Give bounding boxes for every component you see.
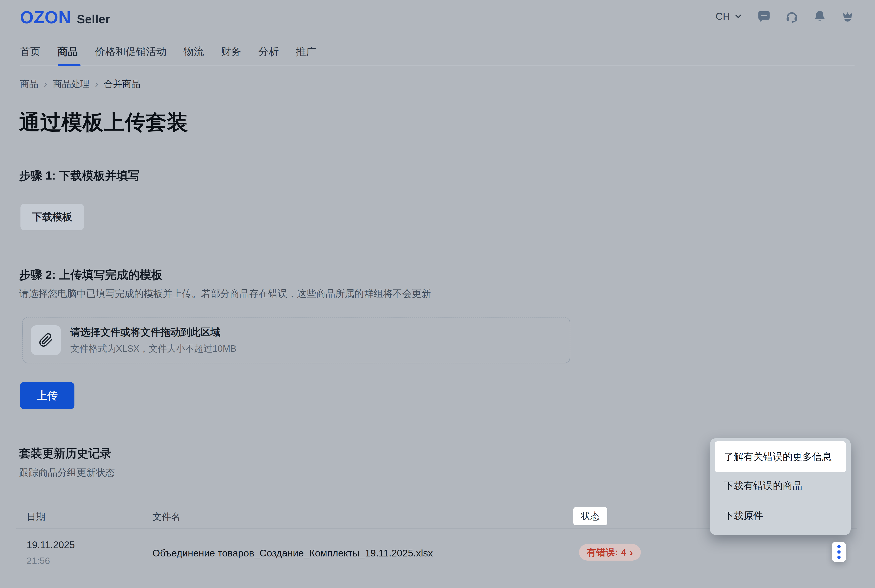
kebab-dot — [837, 545, 840, 548]
ozon-logo: OZON — [20, 8, 71, 27]
crown-icon — [841, 10, 854, 23]
bell-icon — [813, 10, 826, 23]
step2-heading: 步骤 2: 上传填写完成的模板 — [19, 267, 163, 283]
step2-description: 请选择您电脑中已填写完成的模板并上传。若部分商品存在错误，这些商品所属的群组将不… — [19, 287, 431, 300]
nav-tab-promotion[interactable]: 推广 — [296, 45, 316, 58]
step1-heading: 步骤 1: 下载模板并填写 — [19, 168, 140, 184]
nav-tab-logistics[interactable]: 物流 — [183, 45, 204, 58]
support-button[interactable] — [785, 9, 799, 23]
main-nav: 首页 商品 价格和促销活动 物流 财务 分析 推广 — [20, 45, 316, 58]
column-header-date: 日期 — [27, 510, 45, 523]
chevron-right-icon: › — [95, 78, 98, 90]
dropzone-title: 请选择文件或将文件拖动到此区域 — [70, 326, 236, 339]
paperclip-icon — [39, 333, 53, 347]
nav-tab-products[interactable]: 商品 — [57, 45, 78, 58]
language-code: CH — [716, 10, 730, 22]
nav-divider — [20, 65, 854, 66]
breadcrumb: 商品 › 商品处理 › 合并商品 — [20, 78, 140, 90]
nav-tab-analytics[interactable]: 分析 — [258, 45, 279, 58]
history-subtitle: 跟踪商品分组更新状态 — [19, 466, 115, 479]
row-actions-context-menu: 了解有关错误的更多信息 下载有错误的商品 下载原件 — [710, 438, 851, 535]
chevron-right-icon: › — [44, 78, 47, 90]
nav-tab-finance[interactable]: 财务 — [221, 45, 242, 58]
breadcrumb-current-merge-products: 合并商品 — [104, 78, 140, 90]
kebab-dot — [837, 556, 840, 559]
breadcrumb-link-products[interactable]: 商品 — [20, 78, 38, 90]
menu-item-learn-more-errors[interactable]: 了解有关错误的更多信息 — [715, 441, 846, 472]
upload-button[interactable]: 上传 — [20, 382, 74, 409]
chat-icon — [757, 10, 771, 23]
row-filename: Объединение товаров_Создание_Комплекты_1… — [152, 548, 433, 559]
breadcrumb-link-product-processing[interactable]: 商品处理 — [53, 78, 90, 90]
nav-tab-home[interactable]: 首页 — [20, 45, 41, 58]
menu-item-download-error-products[interactable]: 下载有错误的商品 — [724, 479, 802, 492]
chat-button[interactable] — [757, 9, 771, 23]
header-actions: CH — [716, 9, 854, 24]
attachment-icon-box — [31, 326, 61, 355]
seller-logo-text: Seller — [77, 12, 110, 26]
notifications-button[interactable] — [813, 9, 827, 23]
history-heading: 套装更新历史记录 — [19, 446, 111, 461]
column-header-filename: 文件名 — [152, 510, 180, 523]
dropzone-subtitle: 文件格式为XLSX，文件大小不超过10MB — [70, 342, 236, 355]
column-header-status-highlight: 状态 — [573, 507, 607, 525]
error-status-count: 4 — [621, 547, 626, 558]
page-title: 通过模板上传套装 — [19, 108, 188, 136]
ozon-seller-page: OZON Seller CH — [0, 0, 875, 588]
dropzone-text: 请选择文件或将文件拖动到此区域 文件格式为XLSX，文件大小不超过10MB — [70, 326, 236, 355]
error-status-badge[interactable]: 有错误: 4 › — [579, 544, 641, 561]
error-status-label: 有错误: — [587, 546, 618, 559]
table-row-divider — [17, 579, 857, 579]
kebab-dot — [837, 550, 840, 554]
column-header-status: 状态 — [581, 510, 600, 522]
menu-item-download-original[interactable]: 下载原件 — [724, 509, 763, 522]
file-dropzone[interactable]: 请选择文件或将文件拖动到此区域 文件格式为XLSX，文件大小不超过10MB — [22, 317, 570, 363]
headset-icon — [785, 10, 798, 23]
nav-active-indicator — [58, 64, 81, 66]
chevron-down-icon — [734, 12, 743, 21]
row-date: 19.11.2025 — [27, 539, 75, 550]
language-selector[interactable]: CH — [716, 10, 743, 22]
nav-tab-pricing-promos[interactable]: 价格和促销活动 — [95, 45, 167, 58]
premium-button[interactable] — [840, 9, 854, 23]
download-template-button[interactable]: 下载模板 — [21, 204, 84, 230]
row-time: 21:56 — [27, 555, 50, 566]
brand-logo[interactable]: OZON Seller — [20, 8, 110, 27]
row-actions-menu-button[interactable] — [832, 542, 846, 562]
